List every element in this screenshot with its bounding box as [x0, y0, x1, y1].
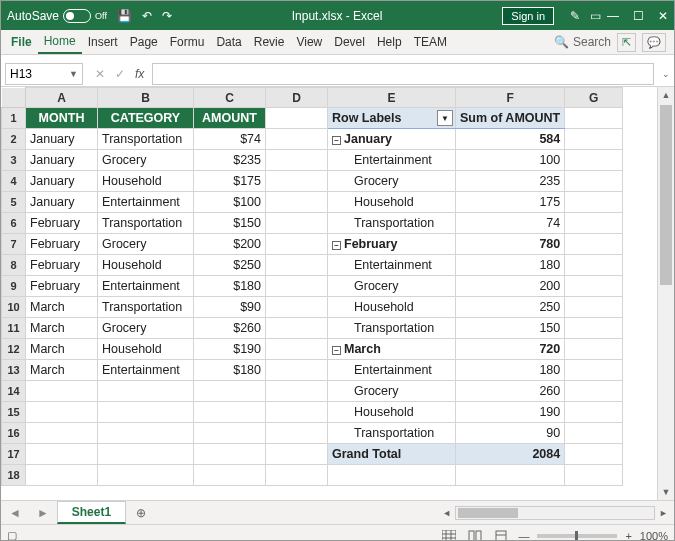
minimize-icon[interactable]: — — [607, 9, 619, 23]
data-cell[interactable]: March — [26, 297, 98, 318]
empty-cell[interactable] — [565, 465, 623, 486]
empty-cell[interactable] — [266, 129, 328, 150]
tab-revie[interactable]: Revie — [248, 30, 291, 54]
empty-cell[interactable] — [565, 402, 623, 423]
empty-cell[interactable] — [26, 402, 98, 423]
row-head-4[interactable]: 4 — [2, 171, 26, 192]
hscroll-left-icon[interactable]: ◄ — [442, 508, 451, 518]
chevron-down-icon[interactable]: ▼ — [69, 69, 78, 79]
empty-cell[interactable] — [26, 444, 98, 465]
row-head-13[interactable]: 13 — [2, 360, 26, 381]
row-head-14[interactable]: 14 — [2, 381, 26, 402]
empty-cell[interactable] — [26, 465, 98, 486]
col-head-B[interactable]: B — [98, 88, 194, 108]
pivot-item[interactable]: Grocery — [328, 276, 456, 297]
pivot-item[interactable]: Transportation — [328, 213, 456, 234]
data-cell[interactable]: $100 — [194, 192, 266, 213]
select-all-corner[interactable] — [2, 88, 26, 108]
empty-cell[interactable] — [98, 402, 194, 423]
formula-input[interactable] — [152, 63, 654, 85]
scroll-down-icon[interactable]: ▼ — [658, 484, 674, 500]
data-cell[interactable]: Transportation — [98, 213, 194, 234]
pivot-item[interactable]: Entertainment — [328, 150, 456, 171]
data-cell[interactable]: $200 — [194, 234, 266, 255]
data-cell[interactable]: Grocery — [98, 318, 194, 339]
empty-cell[interactable] — [194, 444, 266, 465]
row-head-16[interactable]: 16 — [2, 423, 26, 444]
zoom-out-button[interactable]: — — [518, 530, 529, 542]
empty-cell[interactable] — [565, 423, 623, 444]
data-cell[interactable]: $235 — [194, 150, 266, 171]
data-cell[interactable]: January — [26, 150, 98, 171]
row-head-9[interactable]: 9 — [2, 276, 26, 297]
pivot-group[interactable]: −February — [328, 234, 456, 255]
sheet-nav-next-icon[interactable]: ► — [29, 506, 57, 520]
empty-cell[interactable] — [565, 108, 623, 129]
data-cell[interactable]: March — [26, 339, 98, 360]
empty-cell[interactable] — [98, 465, 194, 486]
empty-cell[interactable] — [565, 255, 623, 276]
empty-cell[interactable] — [266, 192, 328, 213]
fx-icon[interactable]: fx — [135, 67, 144, 81]
empty-cell[interactable] — [266, 171, 328, 192]
data-cell[interactable]: Entertainment — [98, 276, 194, 297]
pivot-item[interactable]: Grocery — [328, 171, 456, 192]
data-cell[interactable]: Household — [98, 171, 194, 192]
pivot-item[interactable]: Grocery — [328, 381, 456, 402]
empty-cell[interactable] — [456, 465, 565, 486]
empty-cell[interactable] — [565, 276, 623, 297]
data-cell[interactable]: Entertainment — [98, 360, 194, 381]
data-cell[interactable]: $260 — [194, 318, 266, 339]
empty-cell[interactable] — [565, 192, 623, 213]
data-cell[interactable]: February — [26, 213, 98, 234]
empty-cell[interactable] — [266, 276, 328, 297]
cancel-icon[interactable]: ✕ — [95, 67, 105, 81]
maximize-icon[interactable]: ☐ — [633, 9, 644, 23]
data-cell[interactable]: March — [26, 318, 98, 339]
name-box[interactable]: H13 ▼ — [5, 63, 83, 85]
empty-cell[interactable] — [194, 381, 266, 402]
empty-cell[interactable] — [266, 150, 328, 171]
data-cell[interactable]: January — [26, 192, 98, 213]
pivot-group[interactable]: −March — [328, 339, 456, 360]
sheet-nav-prev-icon[interactable]: ◄ — [1, 506, 29, 520]
data-cell[interactable]: $180 — [194, 360, 266, 381]
col-head-E[interactable]: E — [328, 88, 456, 108]
empty-cell[interactable] — [565, 234, 623, 255]
empty-cell[interactable] — [328, 465, 456, 486]
row-head-2[interactable]: 2 — [2, 129, 26, 150]
data-cell[interactable]: Household — [98, 339, 194, 360]
pivot-item[interactable]: Entertainment — [328, 255, 456, 276]
empty-cell[interactable] — [565, 339, 623, 360]
tab-home[interactable]: Home — [38, 30, 82, 54]
tell-me-search[interactable]: 🔍 Search — [554, 35, 611, 49]
row-head-3[interactable]: 3 — [2, 150, 26, 171]
row-head-6[interactable]: 6 — [2, 213, 26, 234]
data-cell[interactable]: $74 — [194, 129, 266, 150]
horizontal-scrollbar[interactable] — [455, 506, 655, 520]
row-head-5[interactable]: 5 — [2, 192, 26, 213]
enter-icon[interactable]: ✓ — [115, 67, 125, 81]
row-head-10[interactable]: 10 — [2, 297, 26, 318]
tab-file[interactable]: File — [5, 30, 38, 54]
pivot-item[interactable]: Transportation — [328, 318, 456, 339]
empty-cell[interactable] — [266, 318, 328, 339]
hscroll-right-icon[interactable]: ► — [659, 508, 668, 518]
tab-help[interactable]: Help — [371, 30, 408, 54]
empty-cell[interactable] — [266, 402, 328, 423]
redo-icon[interactable]: ↷ — [162, 9, 172, 23]
data-cell[interactable]: January — [26, 129, 98, 150]
undo-icon[interactable]: ↶ — [142, 9, 152, 23]
collapse-icon[interactable]: − — [332, 346, 341, 355]
ribbon-display-icon[interactable]: ▭ — [590, 9, 601, 23]
empty-cell[interactable] — [266, 297, 328, 318]
empty-cell[interactable] — [565, 444, 623, 465]
data-cell[interactable]: Transportation — [98, 297, 194, 318]
tab-page[interactable]: Page — [124, 30, 164, 54]
data-cell[interactable]: January — [26, 171, 98, 192]
data-cell[interactable]: February — [26, 255, 98, 276]
data-cell[interactable]: Grocery — [98, 234, 194, 255]
data-cell[interactable]: $250 — [194, 255, 266, 276]
data-cell[interactable]: Transportation — [98, 129, 194, 150]
pivot-item[interactable]: Transportation — [328, 423, 456, 444]
